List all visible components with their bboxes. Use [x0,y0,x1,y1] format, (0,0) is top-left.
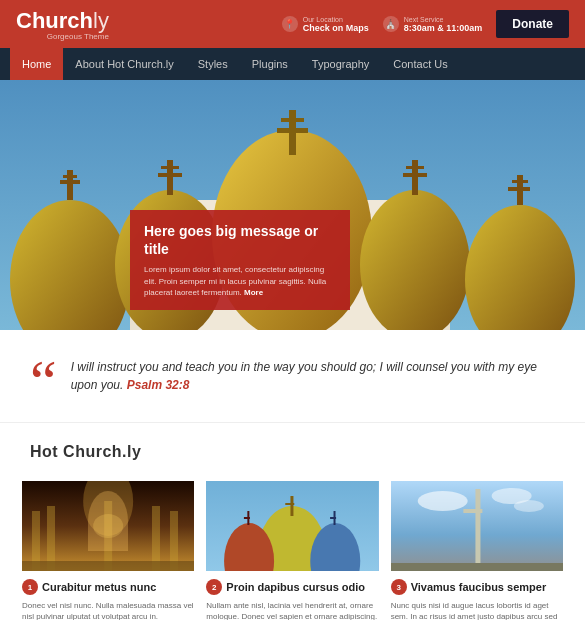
location-value: Check on Maps [303,23,369,33]
svg-rect-17 [403,173,427,177]
quote-text: I will instruct you and teach you in the… [71,358,555,394]
svg-rect-14 [281,118,304,122]
card-2: 2 Proin dapibus cursus odio Nullam ante … [206,481,378,620]
location-info: 📍 Our Location Check on Maps [282,16,369,33]
card-1-image [22,481,194,571]
quote-mark-icon: “ [30,360,57,402]
card-2-image [206,481,378,571]
card-1-title: 1 Curabitur metus nunc [22,579,194,595]
service-value: 8:30am & 11:00am [404,23,483,33]
svg-rect-46 [475,489,480,564]
main-nav: Home About Hot Church.ly Styles Plugins … [0,48,585,80]
location-label: Our Location [303,16,369,23]
service-label: Next Service [404,16,483,23]
hero-body: Lorem ipsum dolor sit amet, consectetur … [144,264,336,298]
svg-rect-10 [161,166,179,169]
hero-section: Here goes big message or title Lorem ips… [0,80,585,330]
dome-scene-svg [206,481,378,571]
nav-about[interactable]: About Hot Church.ly [63,48,185,80]
hero-read-more[interactable]: More [244,288,263,297]
hero-title: Here goes big message or title [144,222,336,258]
svg-rect-36 [291,496,294,516]
card-1: 1 Curabitur metus nunc Donec vel nisl nu… [22,481,194,620]
location-icon: 📍 [282,16,298,32]
nav-contact[interactable]: Contact Us [381,48,459,80]
svg-rect-22 [512,180,528,183]
quote-reference: Psalm 32:8 [127,378,190,392]
cross-scene-image [391,481,563,571]
logo-ly: ly [93,8,109,34]
svg-rect-18 [406,166,424,169]
cards-section: 1 Curabitur metus nunc Donec vel nisl nu… [0,471,585,620]
nav-styles[interactable]: Styles [186,48,240,80]
svg-point-43 [417,491,467,511]
svg-rect-9 [158,173,182,177]
svg-rect-27 [104,501,112,571]
section-title: Hot Church.ly [30,443,555,461]
svg-rect-6 [63,175,77,178]
interior-svg [22,481,194,571]
donate-button[interactable]: Donate [496,10,569,38]
cross-scene-svg [391,481,563,571]
svg-rect-30 [22,561,194,571]
quote-section: “ I will instruct you and teach you in t… [0,330,585,423]
svg-point-31 [93,514,123,538]
card-2-body: Nullam ante nisl, lacinia vel hendrerit … [206,600,378,620]
header-info: 📍 Our Location Check on Maps ⛪ Next Serv… [282,16,483,33]
dome-scene-image [206,481,378,571]
card-1-num: 1 [22,579,38,595]
svg-rect-21 [508,187,530,191]
section-title-wrap: Hot Church.ly [0,423,585,471]
card-2-title: 2 Proin dapibus cursus odio [206,579,378,595]
svg-point-45 [514,500,544,512]
logo-area: Churchly Gorgeous Theme [16,8,282,41]
svg-rect-39 [244,517,250,519]
svg-rect-48 [391,563,563,571]
card-3-body: Nunc quis nisi id augue lacus lobortis i… [391,600,563,620]
card-3: 3 Vivamus faucibus semper Nunc quis nisi… [391,481,563,620]
nav-typography[interactable]: Typography [300,48,381,80]
header: Churchly Gorgeous Theme 📍 Our Location C… [0,0,585,48]
church-interior-image [22,481,194,571]
svg-rect-16 [412,160,418,195]
svg-rect-13 [277,128,308,133]
svg-rect-4 [67,170,73,200]
card-1-body: Donec vel nisl nunc. Nulla malesuada mas… [22,600,194,620]
service-info: ⛪ Next Service 8:30am & 11:00am [383,16,483,33]
hero-message-box: Here goes big message or title Lorem ips… [130,210,350,310]
card-3-num: 3 [391,579,407,595]
card-3-image [391,481,563,571]
service-icon: ⛪ [383,16,399,32]
nav-home[interactable]: Home [10,48,63,80]
svg-rect-47 [463,509,482,513]
svg-rect-5 [60,180,80,184]
logo-church: Church [16,8,93,34]
svg-point-24 [83,481,133,536]
logo-wrap: Churchly Gorgeous Theme [16,8,109,41]
nav-plugins[interactable]: Plugins [240,48,300,80]
card-3-title: 3 Vivamus faucibus semper [391,579,563,595]
svg-rect-37 [286,503,295,505]
svg-rect-41 [330,517,336,519]
card-2-num: 2 [206,579,222,595]
svg-rect-8 [167,160,173,195]
